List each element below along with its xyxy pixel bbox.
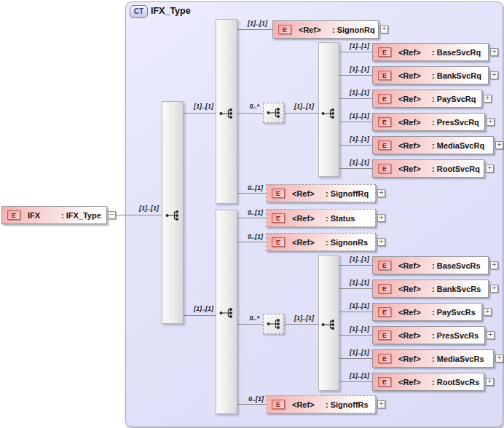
expand-icon[interactable]: + (484, 308, 492, 316)
element-icon: E (378, 354, 391, 363)
cardinality-label: [1]..[1] (287, 314, 314, 322)
element-status[interactable]: E <Ref> : Status (266, 209, 376, 227)
cardinality-label: [1]..[1] (287, 103, 314, 110)
element-type: : BankSvcRs (432, 285, 481, 293)
expand-icon[interactable]: + (377, 189, 385, 197)
element-mediasvcrs[interactable]: E <Ref> : MediaSvcRs (372, 349, 494, 368)
expand-icon[interactable]: + (487, 118, 495, 126)
element-icon: E (272, 237, 285, 247)
diagram-title: IFX_Type (151, 6, 191, 16)
element-banksvcrq[interactable]: E <Ref> : BankSvcRq (372, 66, 489, 84)
cardinality-label: [1]..[1] (342, 349, 369, 356)
expand-icon[interactable]: + (487, 331, 495, 339)
element-pressvcrs[interactable]: E <Ref> : PresSvcRs (372, 326, 485, 344)
element-icon: E (378, 377, 391, 387)
cardinality-label: [1]..[1] (342, 302, 369, 309)
element-name: <Ref> (398, 261, 432, 270)
element-icon: E (378, 164, 391, 173)
expand-icon[interactable]: + (377, 238, 385, 246)
cardinality-label: [1]..[1] (342, 66, 369, 73)
cardinality-label: [1]..[1] (342, 135, 369, 143)
cardinality-label: 0..[1] (242, 395, 264, 403)
element-paysvcrq[interactable]: E <Ref> : PaySvcRq (372, 90, 482, 108)
element-name: <Ref> (398, 308, 432, 317)
element-signoffrs[interactable]: E <Ref> : SignoffRs (266, 395, 376, 413)
cardinality-label: [1]..[1] (240, 20, 267, 27)
expand-icon[interactable]: + (490, 261, 498, 269)
cardinality-label: [1]..[1] (186, 103, 213, 110)
cardinality-label: [1]..[1] (342, 42, 369, 49)
element-basesvcrq[interactable]: E <Ref> : BaseSvcRq (372, 43, 489, 61)
element-icon: E (378, 47, 391, 57)
element-name: <Ref> (398, 118, 432, 127)
element-icon: E (378, 307, 391, 317)
element-type: : BaseSvcRs (432, 261, 481, 270)
element-icon: E (272, 189, 285, 198)
element-signonrs[interactable]: E <Ref> : SignonRs (266, 233, 376, 251)
cardinality-label: [1]..[1] (342, 325, 369, 333)
element-type: : IFX_Type (61, 211, 101, 220)
expand-icon[interactable]: + (495, 141, 503, 149)
element-type: : MediaSvcRs (432, 354, 484, 363)
element-name: <Ref> (292, 214, 326, 223)
expand-icon[interactable]: + (377, 400, 385, 408)
element-type: : PresSvcRq (432, 118, 479, 127)
element-signonrq[interactable]: E <Ref> : SignonRq (272, 20, 379, 39)
expand-icon[interactable]: + (486, 165, 494, 173)
element-type: : SignoffRq (326, 189, 369, 198)
element-rootsvcrs[interactable]: E <Ref> : RootSvcRs (372, 373, 484, 391)
element-type: : SignoffRs (326, 400, 369, 409)
element-type: : SignonRs (326, 238, 368, 247)
repeat-sequence-box-response[interactable] (263, 314, 284, 334)
sequence-icon (218, 108, 235, 119)
element-name: <Ref> (292, 400, 326, 409)
element-name: <Ref> (398, 165, 432, 173)
expand-icon[interactable]: + (377, 214, 385, 222)
sequence-icon (320, 319, 336, 330)
element-icon: E (378, 140, 391, 150)
cardinality-label: 0..[1] (241, 184, 263, 191)
expand-icon[interactable]: + (495, 354, 503, 362)
element-signoffrq[interactable]: E <Ref> : SignoffRq (266, 184, 376, 202)
element-rootsvcrq[interactable]: E <Ref> : RootSvcRq (372, 159, 484, 178)
cardinality-label: [1]..[1] (186, 305, 213, 312)
cardinality-label: [1]..[1] (131, 205, 159, 212)
cardinality-label: 0..* (241, 103, 259, 110)
element-type: : Status (326, 214, 355, 223)
element-name: <Ref> (398, 354, 432, 363)
sequence-icon (165, 210, 181, 221)
cardinality-label: 0..* (241, 314, 259, 322)
element-name: IFX (28, 211, 61, 220)
expand-icon[interactable]: + (486, 378, 494, 386)
element-name: <Ref> (398, 71, 432, 80)
element-icon: E (378, 117, 391, 127)
cardinality-label: [1]..[1] (342, 372, 369, 379)
sequence-icon (218, 307, 235, 319)
collapse-icon[interactable]: − (108, 211, 116, 219)
element-type: : SignonRq (332, 25, 375, 34)
expand-icon[interactable]: + (484, 95, 492, 103)
sequence-icon (266, 318, 282, 330)
element-type: : PaySvcRq (432, 95, 476, 103)
element-paysvcrs[interactable]: E <Ref> : PaySvcRs (372, 303, 482, 321)
element-mediasvcrq[interactable]: E <Ref> : MediaSvcRq (372, 136, 494, 154)
element-type: : BaseSvcRq (432, 48, 481, 57)
expand-icon[interactable]: + (490, 71, 498, 79)
element-banksvcrs[interactable]: E <Ref> : BankSvcRs (372, 280, 489, 298)
cardinality-label: [1]..[1] (342, 159, 369, 166)
expand-icon[interactable]: + (380, 25, 388, 33)
element-icon: E (378, 330, 391, 340)
element-icon: E (378, 94, 391, 103)
element-pressvcrq[interactable]: E <Ref> : PresSvcRq (372, 113, 485, 131)
element-icon: E (272, 400, 285, 409)
complex-type-badge: CT (130, 5, 148, 18)
sequence-icon (266, 107, 282, 119)
element-ifx-root[interactable]: E IFX : IFX_Type (1, 206, 107, 224)
expand-icon[interactable]: + (490, 48, 498, 56)
cardinality-label: [1]..[1] (342, 255, 369, 263)
element-basesvcrs[interactable]: E <Ref> : BaseSvcRs (372, 256, 489, 274)
repeat-sequence-box-request[interactable] (263, 103, 284, 123)
expand-icon[interactable]: + (490, 285, 498, 293)
cardinality-label: 0..[1] (241, 233, 263, 240)
cardinality-label: [1]..[1] (342, 89, 369, 96)
